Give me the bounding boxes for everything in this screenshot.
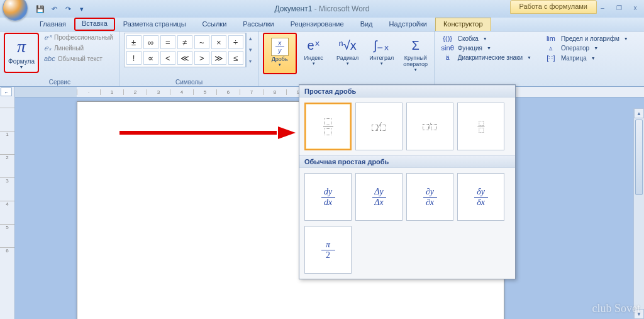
undo-icon[interactable]: ↶ (49, 4, 59, 14)
restore-button[interactable]: ❐ (613, 3, 625, 13)
symbol-cell[interactable]: > (194, 51, 209, 65)
fraction-dy-dx[interactable]: dydx (304, 173, 352, 221)
radical-button[interactable]: ⁿ√x Радикал ▼ (331, 33, 365, 74)
fraction-delta-y-x[interactable]: ΔyΔx (355, 173, 402, 221)
integral-icon: ∫₋ₓ (374, 35, 389, 55)
tab-page-layout[interactable]: Разметка страницы (115, 18, 194, 31)
symbol-cell[interactable]: < (160, 51, 175, 65)
linear-button[interactable]: ℯₓЛинейный (42, 43, 116, 53)
titlebar: 💾 ↶ ↷ ▾ Документ1 - Microsoft Word Работ… (0, 0, 644, 18)
large-operator-button[interactable]: Σ Крупный оператор ▼ (399, 33, 433, 74)
professional-button[interactable]: ℯˣПрофессиональный (42, 33, 116, 42)
group-label-symbols: Символы (120, 79, 258, 86)
symbol-cell[interactable]: ! (126, 51, 142, 65)
group-label-tools: Сервис (0, 79, 119, 86)
contextual-tab-title: Работа с формулами (510, 0, 597, 14)
symbol-cell[interactable]: ∞ (143, 35, 158, 49)
window-controls: – ❐ x (596, 3, 641, 13)
fraction-gallery: Простая дробь ⁄ / Обычная простая дробь … (299, 84, 516, 279)
normal-text-button[interactable]: abcОбычный текст (42, 54, 116, 63)
chevron-down-icon: ▼ (312, 62, 316, 65)
minimize-button[interactable]: – (596, 3, 609, 13)
symbol-cell[interactable]: ≠ (177, 35, 192, 49)
operator-button[interactable]: ▵Оператор▼ (541, 43, 631, 53)
symbol-cell[interactable]: ≫ (211, 51, 226, 65)
vertical-ruler: ⌐ 123456 (0, 87, 15, 319)
accent-button[interactable]: äДиакритические знаки▼ (438, 53, 534, 62)
symbol-cell[interactable]: ≤ (228, 51, 243, 65)
fraction-button[interactable]: xy Дробь ▼ (263, 33, 297, 74)
structures: xy Дробь ▼ eˣ Индекс ▼ ⁿ√x Радикал ▼ ∫₋ₓ… (263, 33, 433, 74)
limit-log-button[interactable]: limПредел и логарифм▼ (541, 34, 631, 43)
scroll-up-icon[interactable]: ▲ (634, 108, 644, 118)
tab-review[interactable]: Рецензирование (282, 18, 352, 31)
close-button[interactable]: x (629, 3, 641, 13)
script-icon: eˣ (308, 35, 320, 55)
tab-design[interactable]: Конструктор (435, 18, 491, 31)
radical-icon: ⁿ√x (339, 35, 357, 55)
fraction-skewed[interactable]: ⁄ (355, 103, 402, 150)
symbol-cell[interactable]: = (160, 35, 175, 49)
scrollbar-thumb[interactable] (635, 120, 643, 195)
qat-more-icon[interactable]: ▾ (77, 4, 87, 14)
redo-icon[interactable]: ↷ (63, 4, 73, 14)
gallery-section-header: Обычная простая дробь (299, 155, 515, 168)
chevron-down-icon: ▼ (346, 62, 350, 65)
ribbon-tabs: Главная Вставка Разметка страницы Ссылки… (0, 18, 644, 31)
save-icon[interactable]: 💾 (35, 4, 45, 14)
fraction-pi-2[interactable]: π2 (304, 226, 352, 274)
symbol-cell[interactable]: ÷ (228, 35, 243, 49)
symbol-cell[interactable]: ~ (194, 35, 209, 49)
sigma-icon: Σ (411, 35, 419, 55)
fraction-linear[interactable]: / (406, 103, 453, 150)
fraction-icon: xy (271, 36, 289, 57)
symbols-grid: ± ∞ = ≠ ~ × ÷ ! ∝ < ≪ > ≫ ≤ (124, 33, 246, 67)
tab-insert[interactable]: Вставка (74, 18, 115, 31)
matrix-button[interactable]: [∷]Матрица▼ (541, 53, 631, 63)
tab-selector[interactable]: ⌐ (1, 87, 12, 96)
pi-icon: π (17, 36, 26, 57)
fraction-partial-y-x[interactable]: ∂y∂x (406, 173, 453, 221)
annotation-arrow (119, 129, 296, 137)
formula-button[interactable]: π Формула ▼ (4, 33, 39, 73)
symbol-cell[interactable]: ∝ (143, 51, 158, 65)
tab-addins[interactable]: Надстройки (381, 18, 435, 31)
chevron-down-icon: ▼ (380, 62, 384, 65)
fraction-var-delta-y-x[interactable]: δyδx (457, 173, 504, 221)
chevron-down-icon: ▼ (19, 65, 24, 69)
tab-home[interactable]: Главная (31, 18, 74, 31)
tab-view[interactable]: Вид (352, 18, 381, 31)
script-button[interactable]: eˣ Индекс ▼ (297, 33, 331, 74)
tools-list: ℯˣПрофессиональный ℯₓЛинейный abcОбычный… (42, 33, 116, 63)
symbols-scroll[interactable]: ▲▼▾ (246, 33, 255, 67)
vertical-scrollbar[interactable]: ▲ ▼ (633, 108, 644, 319)
symbol-cell[interactable]: ± (126, 35, 142, 49)
tab-mailings[interactable]: Рассылки (235, 18, 282, 31)
fraction-stacked[interactable] (304, 103, 352, 150)
function-button[interactable]: sinθФункция▼ (438, 43, 534, 52)
symbol-cell[interactable]: × (211, 35, 226, 49)
gallery-section-header: Простая дробь (299, 85, 515, 98)
tab-references[interactable]: Ссылки (194, 18, 235, 31)
ribbon: π Формула ▼ ℯˣПрофессиональный ℯₓЛинейны… (0, 31, 644, 87)
symbol-cell[interactable]: ≪ (177, 51, 192, 65)
integral-button[interactable]: ∫₋ₓ Интеграл ▼ (365, 33, 399, 74)
scroll-down-icon[interactable]: ▼ (634, 309, 644, 319)
bracket-button[interactable]: {()}Скобка▼ (438, 34, 534, 43)
chevron-down-icon: ▼ (278, 63, 282, 67)
chevron-down-icon: ▼ (414, 68, 418, 72)
window-title: Документ1 - Microsoft Word (274, 4, 369, 13)
quick-access-toolbar: 💾 ↶ ↷ ▾ (35, 4, 87, 14)
fraction-small[interactable] (457, 103, 504, 150)
